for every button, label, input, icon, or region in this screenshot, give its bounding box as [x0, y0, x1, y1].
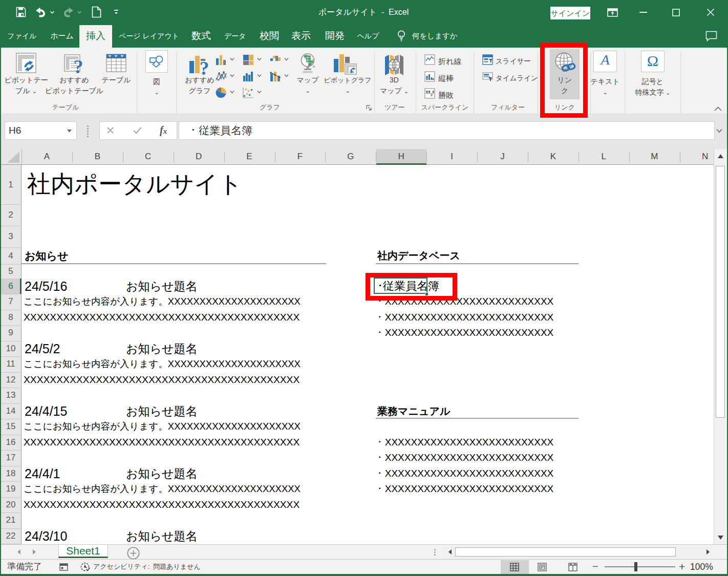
svg-text:?: ? [74, 56, 83, 75]
svg-text:?: ? [200, 58, 209, 76]
